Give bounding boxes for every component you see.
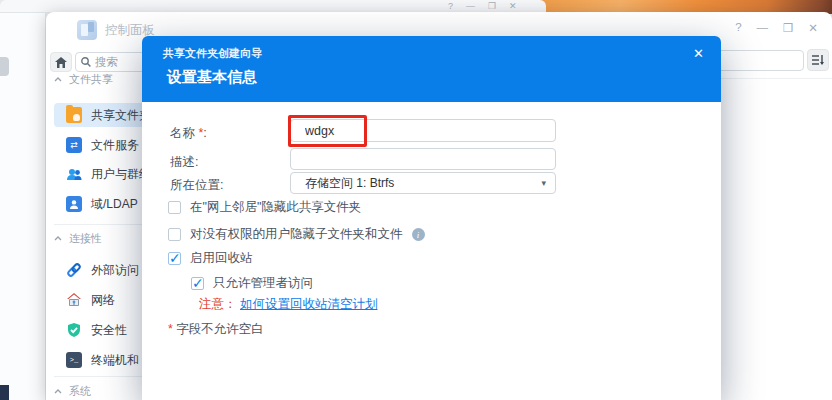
note-row: 注意： 如何设置回收站清空计划 [199,296,377,313]
dialog-header: 共享文件夹创建向导 设置基本信息 ✕ [142,36,721,102]
hide-subfolders-checkbox[interactable] [168,228,181,241]
minimize-icon[interactable]: — [757,21,769,35]
search-icon [81,57,91,67]
name-label: 名称 *: [170,125,207,142]
location-select[interactable]: 存储空间 1: Btrfs ▾ [290,172,556,194]
info-icon[interactable]: i [412,228,425,241]
external-access-icon [66,262,82,278]
terminal-icon: >_ [66,352,82,368]
location-label: 所在位置: [170,177,223,194]
sidebar-item-external-access[interactable]: 外部访问 [54,258,147,282]
description-input[interactable] [290,148,556,170]
maximize-icon[interactable]: ❐ [783,21,793,35]
domain-ldap-icon [66,196,82,212]
sidebar-section-file-sharing[interactable]: 文件共享 [54,72,113,87]
sidebar-item-security[interactable]: 安全性 [54,318,147,342]
annotation-highlight-rect [288,115,367,147]
sidebar-divider [54,376,146,377]
wizard-title: 共享文件夹创建向导 [163,46,262,61]
recycle-bin-schedule-link[interactable]: 如何设置回收站清空计划 [240,297,378,311]
dialog-close-icon[interactable]: ✕ [693,46,704,61]
search-input[interactable] [95,56,135,68]
sidebar-item-shared-folder[interactable]: 共享文件夹 [54,103,147,127]
sidebar-search[interactable] [75,52,145,72]
chevron-up-icon [54,236,62,241]
sidebar-section-system[interactable]: 系统 [54,384,91,399]
chevron-down-icon: ▾ [541,178,546,188]
user-group-icon [66,166,82,182]
screen: ? — ❐ ✕ 控制面板 ? — ❐ ✕ [0,0,832,400]
hide-network-places-row: 在"网上邻居"隐藏此共享文件夹 [168,199,361,216]
sort-button[interactable] [807,49,829,71]
home-button[interactable] [50,52,72,72]
sidebar-divider [54,224,146,225]
sidebar-item-domain-ldap[interactable]: 域/LDAP [54,192,147,216]
footnote: * 字段不允许空白 [168,321,264,338]
network-icon [66,292,82,308]
enable-recycle-bin-checkbox[interactable] [168,252,181,265]
file-services-icon: ⇄ [66,137,82,153]
sidebar-item-terminal-snmp[interactable]: >_ 终端机和 SNMP [54,348,147,372]
control-panel-app-icon [77,20,97,40]
shared-folder-icon [66,107,82,123]
hide-subfolders-row: 对没有权限的用户隐藏子文件夹和文件 i [168,226,425,243]
background-window-dark-fragment [0,385,9,400]
help-icon[interactable]: ? [735,21,741,35]
hide-network-places-checkbox[interactable] [168,201,181,214]
home-icon [55,57,67,68]
description-label: 描述: [170,154,198,171]
sidebar-item-user-group[interactable]: 用户与群组 [54,162,147,186]
sidebar-section-connectivity[interactable]: 连接性 [54,231,102,246]
background-window-edge [0,13,46,400]
enable-recycle-bin-row: 启用回收站 [168,250,253,267]
background-window-fragment [0,57,9,76]
admin-only-checkbox[interactable] [191,277,204,290]
admin-only-row: 只允许管理者访问 [191,275,313,292]
sidebar-item-file-services[interactable]: ⇄ 文件服务 [54,133,147,157]
close-icon[interactable]: ✕ [808,21,818,35]
chevron-up-icon [54,389,62,394]
step-title: 设置基本信息 [167,68,257,87]
sort-icon [812,54,825,66]
note-label: 注意： [199,297,237,311]
sidebar-item-network[interactable]: 网络 [54,288,147,312]
security-shield-icon [66,322,82,338]
chevron-up-icon [54,77,62,82]
shared-folder-wizard-dialog: 共享文件夹创建向导 设置基本信息 ✕ 名称 *: 描述: 所在位置: 存储空间 … [142,36,721,400]
